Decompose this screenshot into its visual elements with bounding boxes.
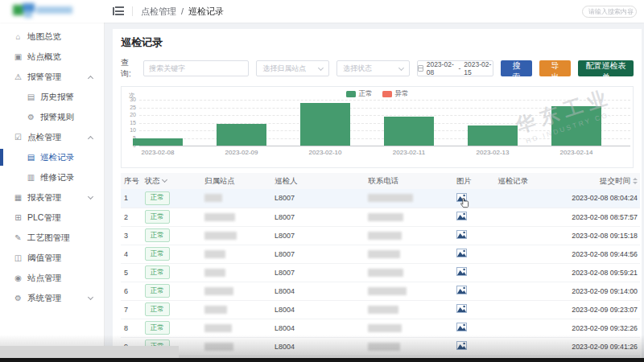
image-thumbnail-icon[interactable] — [456, 304, 467, 315]
cell-site — [201, 300, 271, 319]
date-range-picker[interactable]: 2023-02-08 - 2023-02-15 — [417, 60, 493, 76]
legend-item-正常[interactable]: 正常 — [346, 89, 373, 99]
x-axis-tick-label: 2023-02-14 — [546, 149, 607, 156]
bar-2023-02-08[interactable] — [133, 138, 183, 146]
search-button[interactable]: 搜索 — [501, 60, 532, 76]
image-thumbnail-icon[interactable] — [456, 230, 467, 241]
sidebar-item-plc[interactable]: ⊞PLC管理 — [0, 208, 104, 228]
breadcrumb-item-parent[interactable]: 点检管理 — [141, 6, 176, 18]
date-end: 2023-02-15 — [464, 60, 493, 76]
mouse-cursor-icon — [460, 198, 469, 210]
sidebar-item-label: 报警管理 — [27, 72, 61, 83]
site-select[interactable]: 选择归属站点 — [256, 60, 329, 76]
alarm-icon: ⚠ — [13, 72, 23, 81]
filter-bar: 查询: 选择归属站点 选择状态 2023-02-08 - 2023-02-15 … — [121, 57, 640, 80]
system-icon: ⚙ — [13, 294, 23, 302]
bar-2023-02-11[interactable] — [384, 117, 434, 146]
global-search-placeholder: 请输入搜索内容 — [588, 7, 634, 16]
status-badge: 正常 — [145, 228, 170, 242]
global-search-input[interactable]: 请输入搜索内容 — [582, 6, 637, 18]
export-button[interactable]: 导出 — [539, 60, 571, 76]
cell-phone — [365, 189, 453, 208]
column-header-2[interactable]: 状态 — [142, 173, 201, 189]
cell-inspector: L8004 — [271, 319, 365, 337]
cell-site — [201, 226, 271, 245]
cell-status: 正常 — [142, 189, 201, 208]
image-thumbnail-icon[interactable] — [456, 341, 467, 352]
image-thumbnail-icon[interactable] — [456, 323, 467, 333]
sidebar-item-label: 维修记录 — [40, 172, 74, 183]
x-axis-tick-label: 2023-02-11 — [378, 149, 440, 156]
status-badge: 正常 — [145, 284, 170, 298]
column-label: 状态 — [145, 176, 160, 185]
sidebar-item-patrol-record[interactable]: ▤巡检记录 — [0, 147, 104, 167]
configure-inspection-form-button[interactable]: 配置巡检表单 — [578, 60, 634, 76]
keyword-input[interactable] — [143, 60, 249, 76]
status-select-placeholder: 选择状态 — [343, 64, 372, 74]
cell-record — [494, 263, 556, 282]
sidebar-item-map[interactable]: ⌂地图总览 — [0, 27, 104, 47]
sidebar-item-history-alarm[interactable]: ▤历史报警 — [0, 87, 104, 107]
column-header-7: 巡检记录 — [494, 173, 556, 189]
cell-submit-time: 2023-02-08 08:57:57 — [557, 208, 640, 226]
sidebar-item-repair-record[interactable]: ▥维修记录 — [0, 167, 104, 187]
chevron-down-icon — [88, 194, 93, 200]
cell-phone — [365, 208, 453, 226]
sidebar-item-label: 报表管理 — [27, 192, 61, 204]
cell-phone — [365, 319, 453, 337]
sidebar-item-label: 工艺图管理 — [27, 232, 70, 244]
image-thumbnail-icon[interactable] — [456, 212, 467, 222]
sidebar-item-inspection[interactable]: ☑点检管理 — [0, 127, 104, 147]
bar-2023-02-09[interactable] — [217, 124, 266, 146]
cell-submit-time: 2023-02-08 09:15:18 — [557, 226, 640, 245]
sort-caret-icon[interactable] — [162, 176, 167, 182]
map-icon: ⌂ — [13, 32, 23, 41]
header-divider — [132, 6, 133, 16]
status-select[interactable]: 选择状态 — [336, 60, 410, 76]
cell-submit-time: 2023-02-08 09:44:56 — [557, 245, 640, 263]
image-thumbnail-icon[interactable] — [456, 193, 467, 204]
sidebar-item-monitor[interactable]: ▣站点概览 — [0, 47, 104, 67]
cell-phone — [365, 226, 453, 245]
image-thumbnail-icon[interactable] — [456, 249, 467, 259]
chevron-down-icon — [398, 64, 404, 70]
redacted-site — [204, 324, 232, 332]
report-icon: ▦ — [13, 193, 23, 202]
bottom-video-bar — [0, 358, 644, 362]
redacted-phone — [368, 250, 400, 258]
chart-legend: 正常异常 — [346, 89, 409, 99]
redacted-site — [204, 213, 235, 221]
chevron-down-icon — [88, 294, 93, 300]
sidebar-item-report[interactable]: ▦报表管理 — [0, 187, 104, 208]
sidebar-item-site[interactable]: ◉站点管理 — [0, 268, 104, 288]
cell-inspector: L8007 — [271, 189, 365, 208]
bar-2023-02-13[interactable] — [468, 125, 518, 146]
sidebar-fold-icon[interactable] — [113, 6, 124, 16]
bar-2023-02-10[interactable] — [300, 103, 350, 146]
sidebar-item-system[interactable]: ⚙系统管理 — [0, 288, 104, 308]
cell-record — [494, 208, 556, 226]
x-axis-tick-label: 2023-02-09 — [211, 149, 272, 156]
sidebar-item-threshold[interactable]: ◫阈值管理 — [0, 248, 104, 268]
status-badge: 正常 — [145, 247, 170, 261]
cell-phone — [365, 300, 453, 319]
cell-image — [453, 245, 495, 263]
bar-2023-02-14[interactable] — [551, 106, 601, 146]
bottom-gray-overlay — [0, 346, 179, 359]
sort-updown-icon[interactable] — [633, 178, 638, 184]
column-header-8[interactable]: 提交时间 — [557, 173, 640, 189]
sidebar-item-alarm[interactable]: ⚠报警管理 — [0, 67, 104, 87]
redacted-phone — [368, 306, 398, 314]
image-thumbnail-icon[interactable] — [456, 267, 467, 278]
sidebar-item-alarm-rules[interactable]: ⚙报警规则 — [0, 107, 104, 127]
legend-item-异常[interactable]: 异常 — [382, 89, 409, 99]
chart-gridline — [139, 100, 630, 101]
column-label: 归属站点 — [204, 176, 235, 185]
cell-site — [201, 208, 271, 226]
cell-record — [494, 337, 556, 356]
sidebar-item-process-diagram[interactable]: ✎工艺图管理 — [0, 228, 104, 248]
cell-submit-time: 2023-02-08 09:59:21 — [557, 263, 640, 282]
redacted-phone — [368, 213, 403, 221]
column-label: 巡检记录 — [497, 176, 528, 185]
image-thumbnail-icon[interactable] — [456, 286, 467, 296]
